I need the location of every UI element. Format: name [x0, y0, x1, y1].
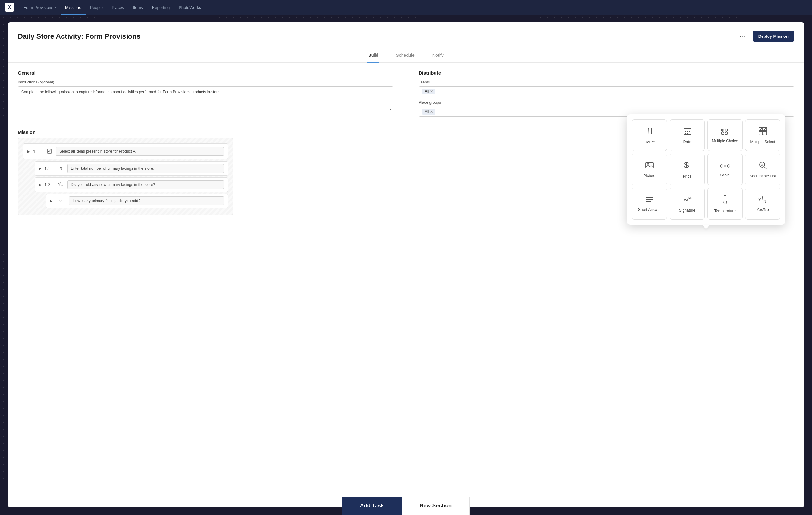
- nav-label-reporting: Reporting: [152, 5, 170, 10]
- general-section: General Instructions (optional): [18, 70, 393, 121]
- svg-rect-29: [763, 132, 766, 135]
- two-col-layout: General Instructions (optional) Distribu…: [18, 70, 794, 121]
- nav-label-places: Places: [112, 5, 124, 10]
- nav-item-people[interactable]: People: [86, 0, 107, 15]
- popup-item-multiple-choice[interactable]: Multiple Choice: [707, 119, 743, 151]
- task-num-1: 1: [33, 149, 43, 154]
- svg-line-4: [61, 167, 62, 170]
- distribute-title: Distribute: [419, 70, 794, 76]
- page-header: Daily Store Activity: Form Provisions ··…: [8, 22, 804, 48]
- expand-arrow-1-2-1[interactable]: ▶: [50, 199, 53, 203]
- svg-point-22: [722, 130, 723, 131]
- nav-item-form-provisions[interactable]: Form Provisions ▾: [19, 0, 61, 15]
- nav-label-people: People: [90, 5, 103, 10]
- multiple-select-label: Multiple Select: [750, 140, 775, 145]
- task-input-1-2[interactable]: Did you add any new primary facings in t…: [67, 180, 224, 189]
- task-num-1-2-1: 1.2.1: [56, 199, 66, 203]
- yes-no-label: Yes/No: [756, 207, 768, 212]
- nav-item-photoworks[interactable]: PhotoWorks: [174, 0, 206, 15]
- expand-arrow-1[interactable]: ▶: [27, 149, 30, 153]
- popup-item-scale[interactable]: Scale: [707, 153, 743, 185]
- svg-point-43: [690, 197, 691, 199]
- svg-rect-17: [687, 131, 688, 132]
- teams-tag-label: All: [425, 89, 429, 94]
- yn-icon-1-2: Y N: [58, 182, 64, 188]
- expand-arrow-1-2[interactable]: ▶: [39, 183, 41, 187]
- tab-build[interactable]: Build: [367, 48, 379, 62]
- nav-label-form-provisions: Form Provisions: [24, 5, 53, 10]
- place-groups-tag-remove[interactable]: ✕: [430, 110, 433, 114]
- svg-point-32: [652, 163, 652, 164]
- svg-text:$: $: [684, 160, 689, 170]
- page-title: Daily Store Activity: Form Provisions: [18, 32, 141, 40]
- svg-point-34: [720, 165, 723, 167]
- task-input-1-2-1[interactable]: How many primary facings did you add?: [69, 196, 224, 205]
- nav-item-missions[interactable]: Missions: [61, 0, 86, 15]
- distribute-section: Distribute Teams All ✕ Place groups All …: [419, 70, 794, 121]
- nav-item-items[interactable]: Items: [128, 0, 147, 15]
- svg-line-11: [651, 128, 651, 134]
- teams-input[interactable]: All ✕: [419, 86, 794, 96]
- svg-point-23: [725, 129, 728, 132]
- header-actions: ··· Deploy Mission: [737, 31, 794, 41]
- instructions-label: Instructions (optional): [18, 80, 393, 84]
- popup-item-searchable-list[interactable]: Searchable List: [745, 153, 780, 185]
- instructions-input[interactable]: [18, 86, 393, 110]
- nav-item-places[interactable]: Places: [107, 0, 128, 15]
- date-icon: [683, 127, 692, 137]
- app-container: X Form Provisions ▾ Missions People Plac…: [0, 0, 812, 515]
- popup-item-count[interactable]: Count: [632, 119, 667, 151]
- new-section-button[interactable]: New Section: [402, 496, 470, 515]
- svg-line-10: [648, 128, 648, 134]
- teams-label: Teams: [419, 80, 794, 84]
- task-row-1-2-1: ▶ 1.2.1 How many primary facings did you…: [46, 194, 228, 208]
- date-label: Date: [683, 140, 691, 145]
- teams-tag-remove[interactable]: ✕: [430, 89, 433, 94]
- short-answer-label: Short Answer: [638, 207, 661, 212]
- task-type-popup: Count: [627, 114, 785, 225]
- temperature-icon: [722, 195, 728, 206]
- picture-label: Picture: [644, 174, 655, 179]
- nav-items: Form Provisions ▾ Missions People Places…: [19, 0, 206, 15]
- svg-rect-19: [685, 133, 687, 134]
- tabs-bar: Build Schedule Notify: [8, 48, 804, 62]
- short-answer-icon: [645, 196, 654, 204]
- task-row-1-1: ▶ 1.1 Enter total number of primary faci…: [35, 161, 228, 176]
- popup-item-picture[interactable]: Picture: [632, 153, 667, 185]
- popup-item-temperature[interactable]: Temperature: [707, 188, 743, 220]
- svg-line-3: [60, 167, 60, 170]
- signature-icon: [683, 196, 692, 205]
- svg-point-24: [721, 132, 724, 135]
- more-options-button[interactable]: ···: [737, 32, 749, 41]
- task-input-1[interactable]: Select all items present in store for Pr…: [56, 147, 224, 156]
- svg-text:N: N: [61, 184, 64, 187]
- task-input-1-1[interactable]: Enter total number of primary facings in…: [67, 164, 224, 173]
- popup-item-date[interactable]: Date: [670, 119, 705, 151]
- svg-text:Y: Y: [58, 182, 61, 186]
- popup-item-price[interactable]: $ Price: [670, 153, 705, 185]
- scale-label: Scale: [720, 173, 729, 178]
- add-task-button[interactable]: Add Task: [342, 496, 402, 515]
- hash-icon-1-1: [58, 166, 64, 172]
- popup-grid: Count: [632, 119, 780, 220]
- place-groups-tag-label: All: [425, 110, 429, 114]
- svg-rect-20: [687, 133, 688, 134]
- top-nav: X Form Provisions ▾ Missions People Plac…: [0, 0, 812, 15]
- price-label: Price: [683, 174, 692, 179]
- svg-point-38: [760, 162, 765, 167]
- popup-item-multiple-select[interactable]: Multiple Select: [745, 119, 780, 151]
- tab-notify[interactable]: Notify: [431, 48, 445, 62]
- svg-rect-45: [724, 196, 726, 201]
- nav-item-reporting[interactable]: Reporting: [147, 0, 174, 15]
- popup-item-signature[interactable]: Signature: [670, 188, 705, 220]
- count-label: Count: [644, 140, 655, 145]
- searchable-list-label: Searchable List: [750, 174, 776, 179]
- expand-arrow-1-1[interactable]: ▶: [39, 167, 41, 171]
- popup-item-short-answer[interactable]: Short Answer: [632, 188, 667, 220]
- popup-tail: [702, 225, 710, 229]
- svg-rect-28: [759, 132, 762, 135]
- tab-schedule[interactable]: Schedule: [395, 48, 415, 62]
- svg-point-25: [725, 132, 728, 135]
- deploy-mission-button[interactable]: Deploy Mission: [753, 31, 794, 41]
- popup-item-yes-no[interactable]: Y N Yes/No: [745, 188, 780, 220]
